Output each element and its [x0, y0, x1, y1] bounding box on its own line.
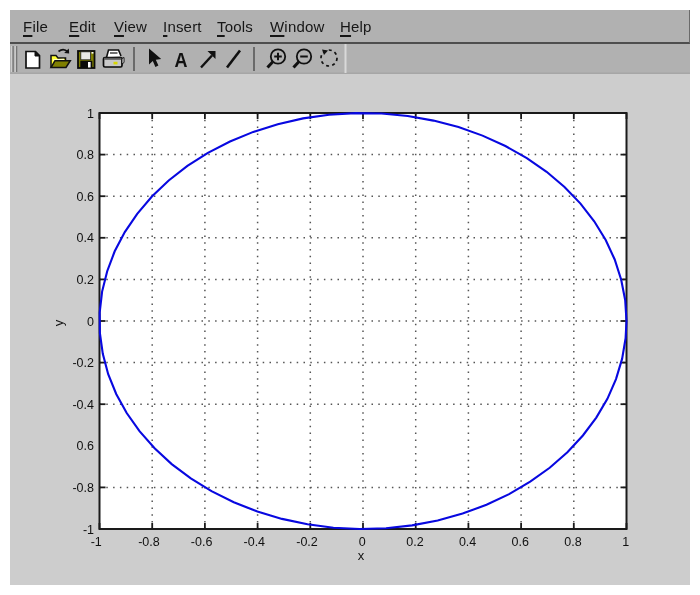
- svg-text:-0.2: -0.2: [296, 535, 318, 549]
- svg-text:0.4: 0.4: [77, 231, 94, 245]
- svg-text:-0.8: -0.8: [72, 481, 94, 495]
- svg-text:0.8: 0.8: [564, 535, 581, 549]
- svg-text:0.6: 0.6: [77, 439, 94, 453]
- svg-text:-0.2: -0.2: [72, 356, 94, 370]
- svg-text:1: 1: [622, 535, 629, 549]
- svg-text:0.8: 0.8: [77, 148, 94, 162]
- svg-text:0.4: 0.4: [459, 535, 476, 549]
- svg-text:-1: -1: [83, 523, 94, 537]
- svg-text:0.2: 0.2: [77, 273, 94, 287]
- svg-text:y: y: [51, 319, 66, 326]
- svg-text:-0.8: -0.8: [138, 535, 160, 549]
- svg-text:x: x: [358, 548, 365, 563]
- svg-text:-0.6: -0.6: [191, 535, 213, 549]
- svg-text:0.6: 0.6: [77, 190, 94, 204]
- svg-text:0.6: 0.6: [512, 535, 529, 549]
- svg-text:0.2: 0.2: [406, 535, 423, 549]
- svg-text:0: 0: [87, 315, 94, 329]
- svg-text:-0.4: -0.4: [244, 535, 266, 549]
- svg-text:1: 1: [87, 107, 94, 121]
- svg-text:-1: -1: [91, 535, 102, 549]
- svg-text:-0.4: -0.4: [72, 398, 94, 412]
- svg-text:0: 0: [359, 535, 366, 549]
- svg-text:A: A: [175, 48, 188, 71]
